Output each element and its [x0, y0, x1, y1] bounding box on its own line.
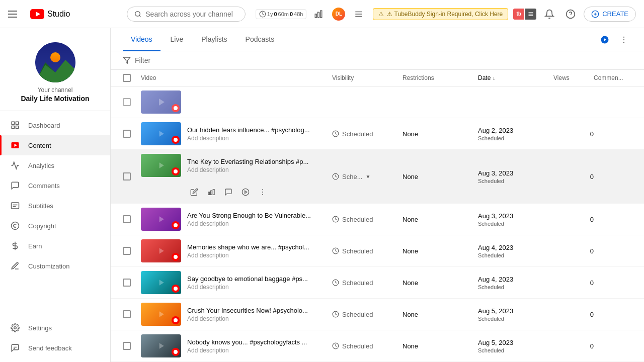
thumb-badge	[172, 253, 180, 261]
dropdown-arrow[interactable]: ▼	[365, 174, 370, 179]
restrictions-cell: None	[403, 216, 478, 223]
analytics-icon	[10, 160, 20, 170]
content-icon	[10, 140, 20, 150]
comments-btn[interactable]	[221, 185, 235, 199]
comments-cell: 0	[594, 311, 644, 318]
sidebar-item-earn-label: Earn	[28, 242, 42, 250]
svg-rect-23	[12, 122, 14, 124]
tab-videos[interactable]: Videos	[123, 28, 160, 51]
select-all-checkbox[interactable]	[123, 74, 131, 82]
date-cell: Aug 5, 2023 Scheduled	[478, 339, 553, 353]
chart-icon-btn[interactable]	[310, 6, 327, 22]
stat-48h: 0	[290, 11, 293, 17]
tubebuddy-warning[interactable]: ⚠ ⚠ TubeBuddy Sign-in Required, Click He…	[373, 8, 508, 20]
sort-desc-icon: ↓	[493, 75, 495, 81]
video-info: Crush Your Insecurities Now! #psycholo..…	[187, 307, 308, 322]
table-row[interactable]	[111, 86, 644, 118]
list-icon	[354, 10, 363, 19]
restrictions-cell: None	[403, 173, 478, 180]
sidebar-item-content-label: Content	[28, 142, 51, 149]
table-row[interactable]: Say goodbye to emotional baggage #ps... …	[111, 267, 644, 299]
sidebar-item-subtitles[interactable]: Subtitles	[0, 196, 110, 216]
svg-marker-62	[159, 216, 164, 222]
svg-point-41	[623, 42, 624, 43]
col-video[interactable]: Video	[141, 74, 332, 81]
more-options-btn[interactable]	[616, 32, 632, 48]
stats-box: 1y 0 60m 0 48h	[256, 9, 307, 19]
table-row[interactable]: Nobody knows you... #psychologyfacts ...…	[111, 330, 644, 362]
sidebar-item-customization[interactable]: Customization	[0, 256, 110, 276]
play-icon-btn[interactable]	[597, 32, 613, 48]
table-row[interactable]: Are You Strong Enough to Be Vulnerable..…	[111, 204, 644, 235]
video-thumbnail	[141, 239, 181, 262]
subtitles-icon	[10, 201, 20, 211]
customization-icon	[10, 261, 20, 271]
clock-icon	[332, 279, 339, 286]
table-row[interactable]: Crush Your Insecurities Now! #psycholo..…	[111, 299, 644, 330]
row-check	[123, 279, 141, 287]
tab-live[interactable]: Live	[163, 28, 192, 51]
svg-point-53	[242, 189, 249, 195]
search-input[interactable]	[145, 10, 238, 18]
row-actions	[187, 185, 270, 199]
channel-avatar-btn[interactable]: DL	[331, 6, 347, 22]
comments-cell: 0	[594, 247, 644, 255]
analytics-btn[interactable]	[204, 185, 218, 199]
row-check	[123, 130, 141, 138]
list-view-icon-btn[interactable]	[351, 6, 367, 22]
video-desc: Add description	[187, 315, 308, 322]
video-title: Memories shape who we are... #psychol...	[187, 243, 309, 251]
thumb-badge	[172, 316, 180, 324]
play-all-icon	[600, 35, 609, 44]
svg-rect-26	[12, 126, 14, 129]
create-icon	[591, 10, 599, 18]
sidebar-item-dashboard[interactable]: Dashboard	[0, 115, 110, 135]
video-title: Are You Strong Enough to Be Vulnerable..…	[187, 212, 311, 219]
row-check	[123, 247, 141, 255]
table-row[interactable]: The Key to Everlasting Relationships #p.…	[111, 150, 644, 204]
svg-point-39	[623, 36, 624, 37]
table-row[interactable]: Memories shape who we are... #psychol...…	[111, 235, 644, 267]
row-check	[123, 310, 141, 318]
row-check	[123, 215, 141, 223]
svg-marker-43	[159, 99, 165, 106]
tb-menu-icon[interactable]	[525, 9, 536, 20]
sidebar-item-earn[interactable]: Earn	[0, 236, 110, 256]
col-comments[interactable]: Commen...	[594, 74, 644, 81]
more-actions-btn[interactable]	[256, 185, 270, 199]
sidebar-item-content[interactable]: Content	[0, 135, 110, 155]
help-icon-btn[interactable]	[562, 6, 579, 22]
table-row[interactable]: Our hidden fears influence... #psycholog…	[111, 118, 644, 150]
hamburger-menu[interactable]	[8, 8, 20, 20]
bar-chart-icon	[314, 10, 323, 19]
filter-input[interactable]	[135, 56, 223, 64]
sidebar-item-comments[interactable]: Comments	[0, 175, 110, 196]
svg-rect-5	[315, 14, 317, 18]
svg-point-34	[14, 327, 17, 329]
sidebar-item-copyright[interactable]: Copyright	[0, 216, 110, 236]
col-views[interactable]: Views	[553, 74, 594, 81]
search-bar[interactable]	[127, 7, 246, 22]
svg-rect-6	[318, 12, 319, 18]
sidebar-item-settings[interactable]: Settings	[0, 318, 110, 338]
views-cell: 0	[553, 247, 594, 255]
sidebar-item-analytics-label: Analytics	[28, 162, 54, 169]
col-restrictions[interactable]: Restrictions	[403, 74, 478, 81]
svg-point-40	[623, 39, 624, 40]
sidebar-item-analytics[interactable]: Analytics	[0, 155, 110, 175]
edit-btn[interactable]	[187, 185, 201, 199]
comments-cell: 0	[594, 216, 644, 223]
preview-btn[interactable]	[238, 185, 253, 199]
tab-podcasts[interactable]: Podcasts	[237, 28, 283, 51]
col-visibility[interactable]: Visibility	[332, 74, 403, 81]
sidebar-item-feedback[interactable]: Send feedback	[0, 338, 110, 358]
svg-rect-24	[16, 122, 19, 124]
notification-icon-btn[interactable]	[541, 6, 557, 22]
stat-1y: 1y	[267, 11, 273, 17]
tab-playlists[interactable]: Playlists	[193, 28, 235, 51]
create-button[interactable]: CREATE	[584, 7, 636, 22]
thumb-badge	[172, 104, 180, 112]
col-date[interactable]: Date ↓	[478, 74, 553, 81]
video-cell: Memories shape who we are... #psychol...…	[141, 239, 332, 262]
video-title: Crush Your Insecurities Now! #psycholo..…	[187, 307, 308, 314]
